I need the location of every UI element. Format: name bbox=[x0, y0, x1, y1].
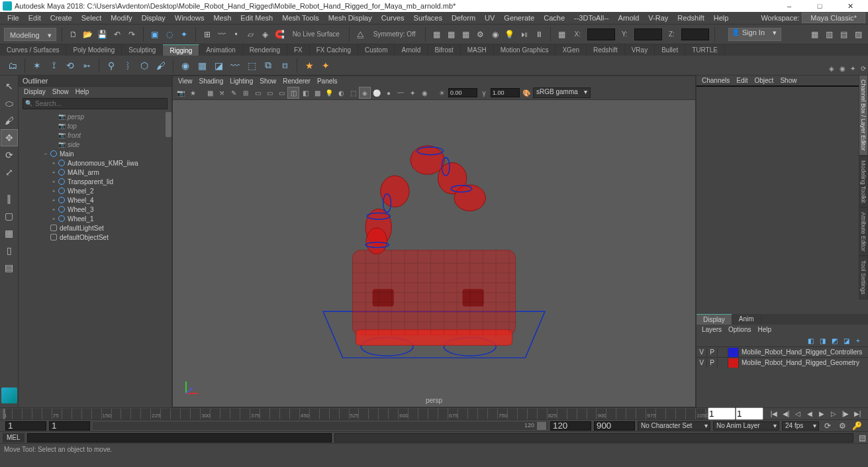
corner-icon-4[interactable]: ⟳ bbox=[859, 64, 868, 73]
camera-select-icon[interactable]: 📷 bbox=[175, 87, 186, 98]
shelf-tab-poly-modeling[interactable]: Poly Modeling bbox=[66, 44, 122, 56]
layer-row[interactable]: VPMobile_Robot_Hand_Rigged_Controllers bbox=[697, 346, 868, 357]
two-pane-icon[interactable]: ▯ bbox=[1, 242, 17, 258]
outliner-item[interactable]: +MAIN_arm bbox=[19, 168, 171, 177]
expander-icon[interactable]: + bbox=[50, 197, 57, 203]
skin-bind-icon[interactable]: ⬡ bbox=[137, 58, 152, 73]
menu-windows[interactable]: Windows bbox=[170, 14, 209, 22]
range-end2-field[interactable] bbox=[594, 421, 635, 431]
menu-arnold[interactable]: Arnold bbox=[614, 14, 644, 22]
shelf-tab-animation[interactable]: Animation bbox=[199, 44, 242, 56]
single-pane-icon[interactable]: ▢ bbox=[1, 208, 17, 224]
layer-tab-anim[interactable]: Anim bbox=[732, 314, 761, 325]
layer-icon-3[interactable]: ◩ bbox=[830, 336, 839, 345]
playblast-icon[interactable]: ⏯ bbox=[518, 28, 530, 40]
menu-surfaces[interactable]: Surfaces bbox=[409, 14, 447, 22]
pose-icon[interactable]: ★ bbox=[302, 58, 316, 73]
signin-button[interactable]: Sign In bbox=[728, 28, 781, 41]
outliner-item[interactable]: 📷top bbox=[19, 121, 171, 130]
dof-icon[interactable]: ◉ bbox=[419, 87, 430, 98]
step-back-key-icon[interactable]: ◀| bbox=[781, 409, 791, 419]
menu-edit-mesh[interactable]: Edit Mesh bbox=[236, 14, 277, 22]
time-track[interactable]: 1751502253003754505256006757508259009751… bbox=[3, 409, 705, 419]
layer-type-cell[interactable] bbox=[718, 358, 728, 368]
key-icon[interactable]: 🔑 bbox=[851, 420, 863, 432]
open-scene-icon[interactable]: 📂 bbox=[82, 28, 94, 40]
step-back-icon[interactable]: ◁ bbox=[793, 409, 803, 419]
script-lang-button[interactable]: MEL bbox=[3, 433, 24, 442]
isolate-icon[interactable]: ⬚ bbox=[348, 87, 358, 98]
menu-select[interactable]: Select bbox=[77, 14, 107, 22]
layer-color-swatch[interactable] bbox=[728, 348, 739, 357]
menu-create[interactable]: Create bbox=[46, 14, 77, 22]
layer-menu-layers[interactable]: Layers bbox=[702, 326, 722, 333]
layer-icon-1[interactable]: ◧ bbox=[806, 336, 815, 345]
expander-icon[interactable]: + bbox=[50, 216, 57, 222]
shelf-tab-fx-caching[interactable]: FX Caching bbox=[310, 44, 358, 56]
redo-icon[interactable]: ↷ bbox=[126, 28, 138, 40]
shelf-tab-fx[interactable]: FX bbox=[287, 44, 310, 56]
menu-v-ray[interactable]: V-Ray bbox=[644, 14, 673, 22]
use-lights-icon[interactable]: 💡 bbox=[324, 87, 334, 98]
ik-handle-icon[interactable]: ⚲ bbox=[104, 58, 119, 73]
menu-mesh-display[interactable]: Mesh Display bbox=[324, 14, 377, 22]
right-tab-tool-settings[interactable]: Tool Settings bbox=[859, 256, 868, 299]
ipr-icon[interactable]: ▦ bbox=[460, 28, 472, 40]
shelf-tab-bullet[interactable]: Bullet bbox=[655, 44, 685, 56]
maximize-button[interactable]: □ bbox=[804, 0, 835, 12]
layer-v-cell[interactable]: V bbox=[697, 358, 707, 368]
shelf-tab-custom[interactable]: Custom bbox=[358, 44, 395, 56]
render-frame-icon[interactable]: ▦ bbox=[446, 28, 458, 40]
viewport-menu-shading[interactable]: Shading bbox=[199, 78, 224, 85]
close-button[interactable]: ✕ bbox=[835, 0, 865, 12]
view-transform-icon[interactable]: 🎨 bbox=[521, 87, 532, 98]
render-view-icon[interactable]: ▦ bbox=[431, 28, 443, 40]
layer-menu-help[interactable]: Help bbox=[757, 326, 771, 333]
symmetry-icon[interactable]: ⧋ bbox=[355, 28, 367, 40]
menu-file[interactable]: File bbox=[3, 14, 24, 22]
ik-spline-icon[interactable]: ⧘ bbox=[121, 58, 135, 73]
mirror-joint-icon[interactable]: ⟲ bbox=[63, 58, 77, 73]
outliner-menu-show[interactable]: Show bbox=[52, 88, 69, 95]
live-surface-icon[interactable]: 🧲 bbox=[274, 28, 286, 40]
layer-v-cell[interactable]: V bbox=[697, 348, 707, 357]
attribute-icon[interactable]: ▨ bbox=[852, 28, 864, 40]
shelf-tab-mash[interactable]: MASH bbox=[461, 44, 494, 56]
snap-curve-icon[interactable]: 〰 bbox=[216, 28, 228, 40]
layout-icon[interactable]: ▦ bbox=[808, 28, 820, 40]
hypershade-icon[interactable]: ◉ bbox=[489, 28, 501, 40]
outliner-shelf-icon[interactable]: 🗂 bbox=[5, 58, 20, 73]
snap-plane-icon[interactable]: ▱ bbox=[245, 28, 257, 40]
expander-icon[interactable]: − bbox=[42, 151, 49, 157]
z-field[interactable] bbox=[681, 28, 709, 40]
menu-redshift[interactable]: Redshift bbox=[673, 14, 708, 22]
bookmark-icon[interactable]: ★ bbox=[187, 87, 198, 98]
new-scene-icon[interactable]: 🗋 bbox=[68, 28, 79, 40]
save-scene-icon[interactable]: 💾 bbox=[97, 28, 109, 40]
channel-menu-object[interactable]: Object bbox=[755, 77, 774, 84]
xray-joints-icon[interactable]: ⚪ bbox=[371, 87, 382, 98]
step-fwd-icon[interactable]: ▷ bbox=[828, 409, 839, 419]
xray-icon[interactable]: ◈ bbox=[360, 87, 370, 98]
orient-joint-icon[interactable]: ➳ bbox=[79, 58, 94, 73]
2d-pan-icon[interactable]: ⤧ bbox=[217, 87, 227, 98]
light-editor-icon[interactable]: 💡 bbox=[504, 28, 516, 40]
joint-tool-icon[interactable]: ✶ bbox=[30, 58, 44, 73]
cluster-icon[interactable]: ◉ bbox=[178, 58, 193, 73]
outliner-item[interactable]: +Wheel_2 bbox=[19, 186, 171, 195]
outliner-item[interactable]: +Wheel_3 bbox=[19, 205, 171, 214]
exposure-icon[interactable]: ☀ bbox=[436, 87, 447, 98]
fps-selector[interactable]: 24 fps bbox=[782, 421, 819, 431]
shelf-tab-bifrost[interactable]: Bifrost bbox=[428, 44, 460, 56]
grease-pencil-icon[interactable]: ✎ bbox=[228, 87, 239, 98]
menu-modify[interactable]: Modify bbox=[106, 14, 136, 22]
range-end1-field[interactable] bbox=[550, 421, 591, 431]
rotate-tool-icon[interactable]: ⟳ bbox=[1, 147, 17, 163]
undo-icon[interactable]: ↶ bbox=[111, 28, 123, 40]
wrap-icon[interactable]: ⬚ bbox=[244, 58, 259, 73]
layer-new-icon[interactable]: + bbox=[853, 336, 863, 345]
channelbox-icon[interactable]: ▤ bbox=[838, 28, 849, 40]
outliner-menu-display[interactable]: Display bbox=[24, 88, 46, 95]
minimize-button[interactable]: – bbox=[774, 0, 804, 12]
layer-tab-display[interactable]: Display bbox=[697, 314, 732, 325]
